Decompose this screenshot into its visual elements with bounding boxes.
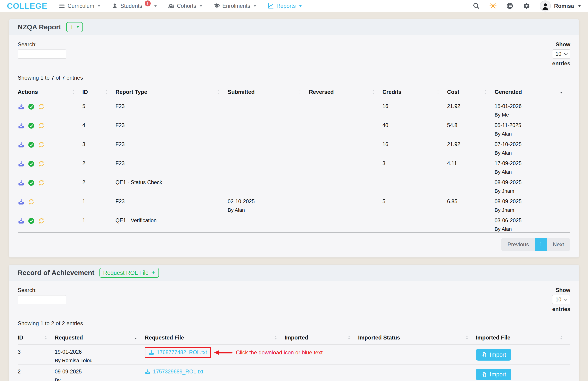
column-header-imported-status[interactable]: Imported Status: [358, 331, 476, 345]
theme-sun-icon[interactable]: [489, 2, 497, 9]
cell-id: 3: [18, 345, 55, 364]
nav-item-curriculum[interactable]: Curriculum: [59, 3, 101, 9]
refresh-icon[interactable]: [38, 122, 45, 129]
import-button[interactable]: Import: [476, 349, 511, 361]
cell-credits: 40: [382, 118, 447, 137]
column-header-cost[interactable]: Cost: [447, 86, 495, 99]
cell-requested-file: 1757329689_ROL.txt: [145, 364, 285, 381]
previous-page-button[interactable]: Previous: [501, 238, 535, 251]
download-icon[interactable]: [18, 103, 24, 110]
page-title: NZQA Report: [18, 23, 61, 31]
nzqa-card-body: Search: Show 10 entries Showing 1 to 7 o…: [9, 35, 579, 257]
cell-submitted: [228, 118, 309, 137]
sort-icon: [297, 90, 302, 95]
nzqa-card-header: NZQA Report +: [9, 19, 579, 35]
check-circle-icon[interactable]: [28, 122, 35, 129]
download-icon[interactable]: [18, 160, 24, 167]
search-input[interactable]: [18, 50, 66, 59]
cell-id: 5: [83, 99, 116, 118]
chevron-down-icon: [299, 5, 302, 7]
check-circle-icon[interactable]: [28, 141, 35, 148]
user-menu[interactable]: Romisa: [540, 0, 581, 11]
column-header-id[interactable]: ID: [18, 331, 55, 345]
request-rol-file-button[interactable]: Request ROL File +: [100, 268, 159, 278]
cell-reversed: [309, 99, 382, 118]
download-icon[interactable]: [18, 198, 24, 205]
annotation-arrow-left-icon: [214, 350, 233, 356]
refresh-icon[interactable]: [28, 198, 35, 205]
next-page-button[interactable]: Next: [547, 238, 570, 251]
cell-credits: 5: [382, 194, 447, 213]
download-icon[interactable]: [18, 122, 24, 129]
search-input[interactable]: [18, 295, 66, 305]
download-icon[interactable]: [18, 217, 24, 224]
cell-submitted: 02-10-2025By Alan: [228, 194, 309, 213]
requested-file-link[interactable]: 1768777482_ROL.txt: [148, 349, 207, 356]
column-header-imported-file[interactable]: Imported File: [476, 331, 570, 345]
column-header-actions[interactable]: Actions: [18, 86, 83, 99]
showing-entries-text: Showing 1 to 2 of 2 entries: [18, 320, 570, 327]
entries-label: entries: [552, 60, 570, 67]
column-header-generated[interactable]: Generated: [495, 86, 570, 99]
nav-item-reports[interactable]: Reports: [268, 3, 302, 9]
column-header-imported[interactable]: Imported: [285, 331, 358, 345]
annotation-highlight-box: 1768777482_ROL.txt: [145, 347, 211, 358]
table-header-row: ID Requested Requested File Imported Imp…: [18, 331, 570, 345]
check-circle-icon[interactable]: [28, 179, 35, 186]
check-circle-icon[interactable]: [28, 103, 35, 110]
cell-report-type: QE1 - Verification: [116, 213, 228, 233]
avatar-person-icon: [541, 2, 550, 11]
refresh-icon[interactable]: [38, 141, 45, 148]
cell-reversed: [309, 213, 382, 233]
nzqa-table: Actions ID Report Type Submitted Reverse…: [18, 86, 570, 233]
navbar-right: Romisa: [473, 0, 581, 11]
chevron-down-icon: [564, 52, 568, 55]
column-header-credits[interactable]: Credits: [382, 86, 447, 99]
nav-item-cohorts[interactable]: Cohorts: [168, 3, 203, 9]
cell-reversed: [309, 175, 382, 194]
add-report-button[interactable]: +: [66, 22, 83, 32]
download-icon[interactable]: [18, 179, 24, 186]
cell-id: 2: [83, 175, 116, 194]
table-row: 1 QE1 - Verification 03-06-2025By Alan: [18, 213, 570, 233]
cell-reversed: [309, 194, 382, 213]
import-button[interactable]: Import: [476, 369, 511, 380]
check-circle-icon[interactable]: [28, 217, 35, 224]
nav-item-enrolments[interactable]: Enrolments: [214, 3, 256, 9]
nzqa-search-group: Search:: [18, 41, 66, 59]
refresh-icon[interactable]: [38, 179, 45, 186]
column-header-submitted[interactable]: Submitted: [228, 86, 309, 99]
cell-report-type: QE1 - Status Check: [116, 175, 228, 194]
cell-report-type: F23: [116, 194, 228, 213]
sort-icon: [371, 90, 376, 95]
page-size-select[interactable]: 10: [552, 49, 570, 59]
column-header-requested[interactable]: Requested: [55, 331, 145, 345]
refresh-icon[interactable]: [38, 160, 45, 167]
download-icon[interactable]: [18, 141, 24, 148]
gear-icon[interactable]: [523, 2, 530, 9]
check-circle-icon[interactable]: [28, 160, 35, 167]
column-header-id[interactable]: ID: [83, 86, 116, 99]
requested-file-link[interactable]: 1757329689_ROL.txt: [145, 369, 203, 375]
globe-icon[interactable]: [506, 2, 513, 9]
column-header-report-type[interactable]: Report Type: [116, 86, 228, 99]
nzqa-toolbar: Search: Show 10 entries: [18, 41, 570, 67]
page-size-select[interactable]: 10: [552, 295, 570, 305]
sort-icon: [559, 335, 564, 340]
cell-generated: 17-09-2025By Alan: [495, 156, 570, 175]
column-header-requested-file[interactable]: Requested File: [145, 331, 285, 345]
search-icon[interactable]: [473, 2, 480, 9]
refresh-icon[interactable]: [38, 217, 45, 224]
download-icon[interactable]: [145, 369, 151, 375]
column-header-reversed[interactable]: Reversed: [309, 86, 382, 99]
current-page-button[interactable]: 1: [535, 238, 547, 251]
refresh-icon[interactable]: [38, 103, 45, 110]
nzqa-pagination: Previous 1 Next: [18, 238, 570, 251]
cell-report-type: F23: [116, 156, 228, 175]
nav-item-students[interactable]: Students !: [112, 3, 157, 9]
page-size-value: 10: [555, 297, 561, 303]
download-icon[interactable]: [148, 350, 154, 356]
cell-report-type: F23: [116, 118, 228, 137]
sort-desc-icon: [559, 90, 564, 95]
app-logo[interactable]: COLLEGE: [7, 1, 47, 11]
